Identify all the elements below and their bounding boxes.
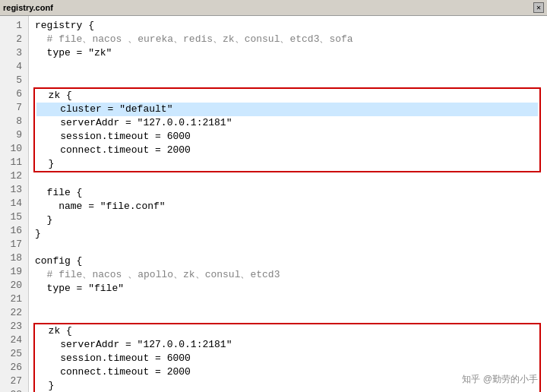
code-line: name = "file.conf" <box>35 200 541 213</box>
line-number: 23 <box>5 320 24 334</box>
line-numbers: 1234567891011121314151617181920212223242… <box>0 16 29 392</box>
line-number: 17 <box>5 238 24 251</box>
zk-block-1: zk { cluster = "default" serverAddr = "1… <box>33 87 541 172</box>
line-number: 27 <box>5 375 24 388</box>
code-line: registry { <box>35 19 541 33</box>
line-number: 5 <box>5 74 24 87</box>
editor-container: 1234567891011121314151617181920212223242… <box>0 16 547 392</box>
code-line: zk { <box>36 324 538 338</box>
line-number: 7 <box>5 101 24 115</box>
code-line: type = "zk" <box>35 46 541 60</box>
title-text: registry.conf <box>3 3 533 12</box>
line-number: 15 <box>5 210 24 224</box>
code-line <box>35 241 541 254</box>
line-number: 19 <box>5 265 24 279</box>
code-area[interactable]: registry { # file、nacos 、eureka、redis、zk… <box>29 16 547 392</box>
line-number: 10 <box>5 142 24 156</box>
code-line: } <box>35 227 541 241</box>
code-line <box>35 74 541 87</box>
title-bar: registry.conf ✕ <box>0 0 547 16</box>
line-number: 12 <box>5 169 24 183</box>
line-number: 24 <box>5 334 24 347</box>
line-number: 28 <box>5 388 24 392</box>
code-line: session.timeout = 6000 <box>36 352 538 365</box>
code-line: session.timeout = 6000 <box>36 130 538 144</box>
close-button[interactable]: ✕ <box>533 2 544 13</box>
watermark: 知乎 @勤劳的小手 <box>462 372 538 386</box>
code-line: # file、nacos 、apollo、zk、consul、etcd3 <box>35 268 541 282</box>
line-number: 2 <box>5 33 24 46</box>
line-number: 13 <box>5 183 24 197</box>
code-line: config { <box>35 254 541 268</box>
code-line <box>35 309 541 323</box>
code-line: } <box>36 157 538 171</box>
code-line <box>35 172 541 186</box>
line-number: 11 <box>5 156 24 169</box>
code-line: cluster = "default" <box>36 103 538 116</box>
line-number: 3 <box>5 46 24 60</box>
line-number: 20 <box>5 279 24 292</box>
code-line: type = "file" <box>35 282 541 296</box>
line-number: 26 <box>5 361 24 375</box>
line-number: 22 <box>5 306 24 320</box>
line-number: 4 <box>5 60 24 74</box>
code-line <box>35 296 541 309</box>
code-line: zk { <box>36 89 538 103</box>
line-number: 9 <box>5 128 24 142</box>
line-number: 1 <box>5 19 24 33</box>
code-line: } <box>35 213 541 227</box>
line-number: 18 <box>5 251 24 265</box>
code-line: file { <box>35 186 541 200</box>
code-line: # file、nacos 、eureka、redis、zk、consul、etc… <box>35 33 541 46</box>
line-number: 8 <box>5 115 24 128</box>
code-line: serverAddr = "127.0.0.1:2181" <box>36 116 538 130</box>
line-number: 14 <box>5 197 24 210</box>
line-number: 16 <box>5 224 24 238</box>
line-number: 25 <box>5 347 24 361</box>
line-number: 21 <box>5 292 24 306</box>
code-line: connect.timeout = 2000 <box>36 144 538 157</box>
line-number: 6 <box>5 87 24 101</box>
code-line <box>35 60 541 74</box>
code-line: serverAddr = "127.0.0.1:2181" <box>36 338 538 352</box>
